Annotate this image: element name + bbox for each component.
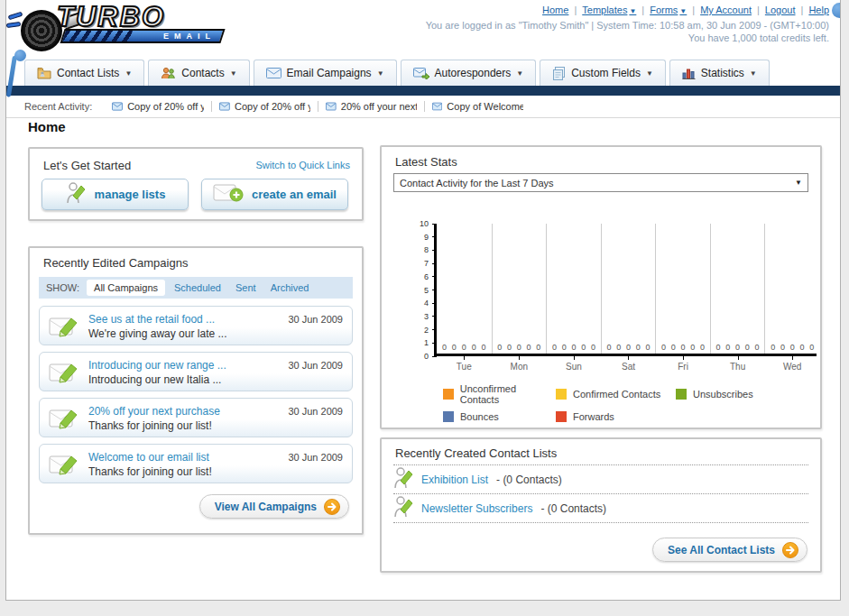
legend-item-unconfirmed-contacts: Unconfirmed Contacts xyxy=(443,383,556,405)
legend-swatch xyxy=(676,389,687,400)
day-label: Sat xyxy=(602,362,656,372)
chart-column-mon: 00000Mon xyxy=(492,224,547,354)
tab-contacts[interactable]: Contacts ▼ xyxy=(148,60,249,86)
nav-link-home[interactable]: Home xyxy=(542,5,568,15)
campaign-item[interactable]: Welcome to our email list Thanks for joi… xyxy=(39,444,353,483)
show-label: SHOW: xyxy=(46,282,79,293)
nav-link-logout[interactable]: Logout xyxy=(765,5,796,15)
recent-activity-bar: Recent Activity: Copy of 20% off yo Copy… xyxy=(6,96,840,118)
value-label: 0 xyxy=(552,343,557,352)
day-label: Sun xyxy=(547,362,601,372)
navy-divider-bar xyxy=(6,86,840,96)
latest-stats-title: Latest Stats xyxy=(395,155,457,169)
recent-activity-item[interactable]: Copy of 20% off yo xyxy=(105,101,211,112)
envelope-pencil-icon xyxy=(49,453,79,480)
login-status: You are logged in as "Timothy Smith" | S… xyxy=(426,20,829,31)
campaign-list: See us at the retail food ... We're givi… xyxy=(39,306,353,483)
y-axis-tick xyxy=(432,356,437,357)
manage-lists-button[interactable]: manage lists xyxy=(42,179,189,210)
campaign-subtitle: Thanks for joining our list! xyxy=(88,465,212,478)
value-label: 0 xyxy=(581,343,586,352)
tab-label: Contact Lists xyxy=(57,67,119,79)
value-label: 0 xyxy=(482,343,486,352)
value-label: 0 xyxy=(527,343,531,352)
nav-separator: | xyxy=(574,5,577,15)
tab-email-campaigns[interactable]: Email Campaigns ▼ xyxy=(254,60,397,86)
y-axis-label: 1 xyxy=(411,338,429,347)
contact-list-item[interactable]: Newsletter Subscribers - (0 Contacts) xyxy=(393,494,808,522)
zero-values-row: 00000 xyxy=(656,343,710,352)
campaign-item[interactable]: Introducing our new range ... Introducin… xyxy=(39,352,353,391)
tab-label: Statistics xyxy=(701,67,744,79)
contact-list-item[interactable]: Exhibition List - (0 Contacts) xyxy=(393,465,808,493)
legend-label: Unsubscribes xyxy=(693,389,753,400)
contact-lists-icon xyxy=(37,67,51,79)
contacts-icon xyxy=(161,67,176,79)
recent-activity-item[interactable]: Copy of 20% off yo xyxy=(211,101,318,112)
legend-swatch xyxy=(443,389,454,400)
y-axis-label: 10 xyxy=(411,219,429,228)
x-axis-tick xyxy=(738,356,739,360)
logo-line1: TURBO xyxy=(57,3,223,32)
chart-column-wed: 00000Wed xyxy=(764,224,819,354)
campaign-item[interactable]: See us at the retail food ... We're givi… xyxy=(39,306,353,345)
value-label: 0 xyxy=(735,343,740,352)
campaign-filter-all-campaigns[interactable]: All Campaigns xyxy=(87,280,165,296)
campaign-filter-sent[interactable]: Sent xyxy=(235,282,256,293)
nav-link-templates[interactable]: Templates▼ xyxy=(582,5,636,15)
nav-link-forms[interactable]: Forms▼ xyxy=(650,5,687,15)
campaign-title-link[interactable]: Introducing our new range ... xyxy=(88,359,226,372)
campaign-date: 30 Jun 2009 xyxy=(288,360,343,371)
campaign-filter-scheduled[interactable]: Scheduled xyxy=(174,282,221,293)
tab-contact-lists[interactable]: Contact Lists ▼ xyxy=(24,60,144,86)
envelope-icon xyxy=(432,102,442,111)
view-all-campaigns-button[interactable]: View All Campaigns xyxy=(199,494,349,519)
value-label: 0 xyxy=(507,343,512,352)
person-pencil-icon xyxy=(393,466,413,492)
envelope-pencil-icon xyxy=(49,407,79,434)
campaign-filter-archived[interactable]: Archived xyxy=(271,282,309,293)
campaign-date: 30 Jun 2009 xyxy=(288,314,343,325)
tab-label: Contacts xyxy=(181,67,224,79)
legend-item-confirmed-contacts: Confirmed Contacts xyxy=(556,383,676,405)
see-all-contact-lists-button[interactable]: See All Contact Lists xyxy=(652,538,807,562)
create-an-email-button[interactable]: create an email xyxy=(201,179,348,210)
x-axis-tick xyxy=(792,356,793,360)
envelope-icon xyxy=(112,102,123,111)
chart-column-fri: 00000Fri xyxy=(655,224,710,354)
nav-link-my-account[interactable]: My Account xyxy=(700,5,752,15)
recent-activity-item[interactable]: Copy of Welcome to xyxy=(424,101,531,112)
chevron-down-icon: ▼ xyxy=(377,69,384,78)
chart-column-sun: 00000Sun xyxy=(546,224,601,354)
campaign-title-link[interactable]: See us at the retail food ... xyxy=(88,313,215,326)
envelope-plus-icon xyxy=(213,182,244,207)
campaign-subtitle: Thanks for joining our list! xyxy=(88,419,212,432)
orange-arrow-icon xyxy=(782,542,798,558)
stats-period-select[interactable]: Contact Activity for the Last 7 Days ▼ xyxy=(393,173,808,192)
chevron-down-icon: ▼ xyxy=(629,7,636,15)
value-label: 0 xyxy=(771,343,775,352)
campaigns-title: Recently Edited Campaigns xyxy=(43,256,188,270)
contact-list-link[interactable]: Exhibition List xyxy=(421,473,488,486)
value-label: 0 xyxy=(716,343,721,352)
legend-label: Unconfirmed Contacts xyxy=(460,383,556,405)
turbo-email-logo[interactable]: TURBO EMAIL xyxy=(10,3,226,53)
legend-swatch xyxy=(556,411,567,422)
campaign-title-link[interactable]: 20% off your next purchase xyxy=(88,405,220,418)
tab-autoresponders[interactable]: Autoresponders ▼ xyxy=(401,60,537,86)
contact-list-link[interactable]: Newsletter Subscribers xyxy=(421,502,532,515)
nav-link-help[interactable]: Help xyxy=(808,5,829,15)
y-axis-label: 5 xyxy=(411,286,429,295)
campaign-item[interactable]: 20% off your next purchase Thanks for jo… xyxy=(39,398,353,437)
help-bubble-icon[interactable] xyxy=(832,3,841,18)
custom-fields-icon xyxy=(552,67,566,80)
switch-quick-links-link[interactable]: Switch to Quick Links xyxy=(255,160,350,170)
tab-statistics[interactable]: Statistics ▼ xyxy=(669,60,770,86)
recent-activity-item[interactable]: 20% off your next p xyxy=(318,101,424,112)
chevron-down-icon: ▼ xyxy=(230,69,237,78)
chevron-down-icon: ▼ xyxy=(516,69,523,78)
tab-custom-fields[interactable]: Custom Fields ▼ xyxy=(540,60,666,86)
campaign-title-link[interactable]: Welcome to our email list xyxy=(88,451,209,464)
value-label: 0 xyxy=(616,343,621,352)
view-all-campaigns-label: View All Campaigns xyxy=(215,501,317,513)
